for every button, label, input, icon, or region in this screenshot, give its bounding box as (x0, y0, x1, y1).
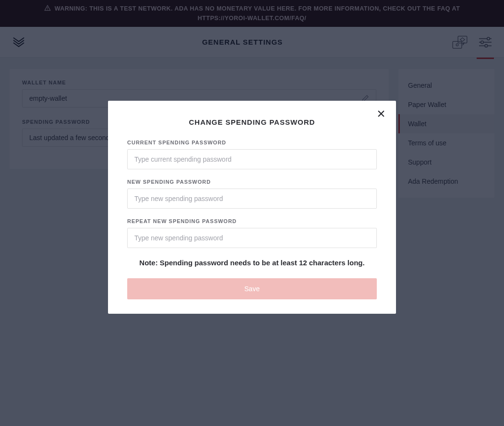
new-password-input[interactable] (127, 189, 377, 209)
current-password-field: CURRENT SPENDING PASSWORD (127, 140, 377, 169)
current-password-label: CURRENT SPENDING PASSWORD (127, 140, 377, 145)
repeat-password-field: REPEAT NEW SPENDING PASSWORD (127, 218, 377, 248)
current-password-input[interactable] (127, 149, 377, 169)
change-password-modal: CHANGE SPENDING PASSWORD CURRENT SPENDIN… (108, 101, 396, 314)
new-password-field: NEW SPENDING PASSWORD (127, 179, 377, 209)
repeat-password-label: REPEAT NEW SPENDING PASSWORD (127, 218, 377, 224)
new-password-label: NEW SPENDING PASSWORD (127, 179, 377, 185)
repeat-password-input[interactable] (127, 228, 377, 248)
modal-overlay[interactable]: CHANGE SPENDING PASSWORD CURRENT SPENDIN… (0, 0, 504, 426)
save-button[interactable]: Save (127, 278, 377, 299)
close-icon[interactable] (377, 109, 385, 118)
password-requirement-note: Note: Spending password needs to be at l… (127, 259, 377, 267)
modal-title: CHANGE SPENDING PASSWORD (127, 118, 377, 126)
